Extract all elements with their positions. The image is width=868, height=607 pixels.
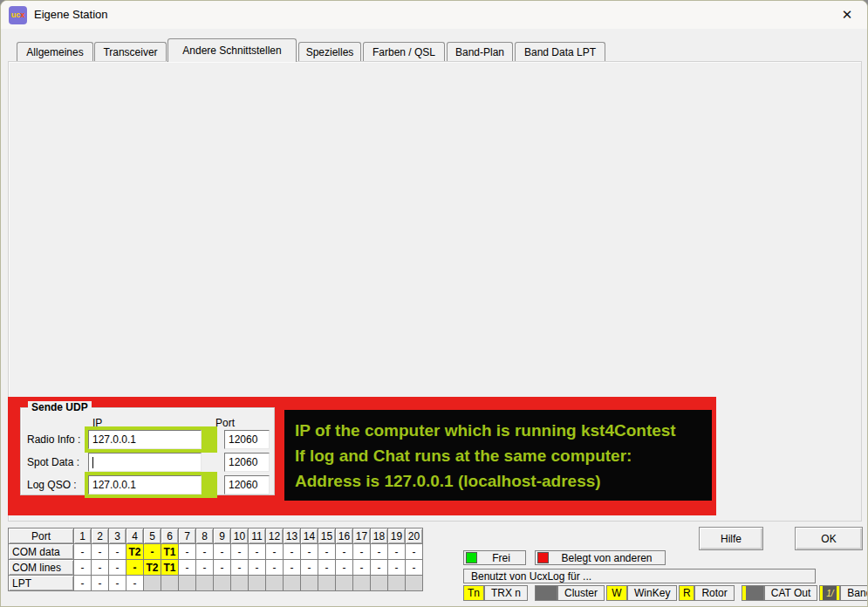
port-cell: - <box>143 543 161 560</box>
port-table-col: 14 <box>300 528 318 544</box>
key-cluster <box>535 585 557 601</box>
key-cat-out <box>742 585 764 601</box>
port-cell: - <box>230 559 249 576</box>
annotation-line: Address is 127.0.0.1 (localhost-adress) <box>295 468 701 494</box>
window-title: Eigene Station <box>34 8 108 21</box>
tab-transceiver[interactable]: Transceiver <box>94 42 167 61</box>
key-cluster-label: Cluster <box>557 585 605 601</box>
close-icon[interactable]: ✕ <box>827 1 867 29</box>
busy-color-swatch <box>537 552 549 563</box>
tab-farben-qsl[interactable]: Farben / QSL <box>363 42 445 61</box>
port-cell: - <box>91 575 109 591</box>
port-cell: - <box>195 559 214 576</box>
port-cell <box>370 575 388 591</box>
port-table-col: 6 <box>161 528 179 544</box>
usage-legend-row: Tn TRX n Cluster W WinKey R Rotor CAT Ou… <box>463 585 868 601</box>
udp-port-radio-info[interactable]: 12060 <box>224 430 270 449</box>
key-rotor-label: Rotor <box>694 585 734 601</box>
field-value: 127.0.0.1 <box>92 433 136 446</box>
port-cell: - <box>318 559 336 576</box>
port-cell: T2 <box>126 543 144 560</box>
tab-band-plan[interactable]: Band-Plan <box>447 42 513 61</box>
group-sende-udp-title: Sende UDP <box>28 401 92 413</box>
port-cell: - <box>387 543 406 560</box>
port-table-col: 2 <box>91 528 109 544</box>
udp-row-label: Spot Data : <box>27 456 79 468</box>
app-icon: ucx <box>9 6 27 24</box>
legend-frei: Frei <box>463 550 526 565</box>
port-table-row-label: COM data <box>8 543 74 560</box>
port-table-col: 15 <box>318 528 336 544</box>
udp-port-spot-data[interactable]: 12060 <box>224 453 270 472</box>
text-caret <box>92 457 93 468</box>
port-cell: - <box>265 559 284 576</box>
key-band-label: Band <box>840 585 868 601</box>
port-cell: - <box>300 559 318 576</box>
key-winkey: W <box>606 585 627 601</box>
port-table-col: 13 <box>283 528 301 544</box>
udp-port-log-qso[interactable]: 12060 <box>224 475 270 494</box>
port-table: Port1234567891011121314151617181920COM d… <box>8 528 423 591</box>
port-table-corner: Port <box>8 528 74 544</box>
port-table-row-label: LPT <box>8 575 74 591</box>
tab-spezielles[interactable]: Spezielles <box>298 42 361 61</box>
legend-benutzt-label: Benutzt von UcxLog für ... <box>464 570 815 583</box>
port-table-row-label: COM lines <box>8 559 74 576</box>
udp-row-label: Radio Info : <box>27 433 80 446</box>
app-icon-x: x <box>20 11 24 19</box>
port-cell: - <box>335 543 353 560</box>
key-band: 1/ <box>819 585 840 601</box>
port-cell: - <box>126 575 144 591</box>
key-trx-label: TRX n <box>484 585 528 601</box>
key-cat-out-label: CAT Out <box>764 585 818 601</box>
port-cell <box>352 575 371 591</box>
port-cell: T1 <box>161 559 179 576</box>
port-cell: - <box>405 559 423 576</box>
udp-col-port: Port <box>215 417 235 429</box>
port-cell: - <box>318 543 336 560</box>
port-cell <box>318 575 336 591</box>
udp-row-label: Log QSO : <box>27 479 77 491</box>
port-cell: - <box>387 559 406 576</box>
port-cell <box>405 575 423 591</box>
udp-ip-spot-data[interactable] <box>88 453 202 472</box>
udp-ip-radio-info[interactable]: 127.0.0.1 <box>88 430 202 449</box>
udp-ip-log-qso[interactable]: 127.0.0.1 <box>88 475 202 494</box>
dialog-eigene-station: ucx Eigene Station ✕ Allgemeines Transce… <box>0 0 868 607</box>
port-cell <box>195 575 214 591</box>
port-cell: - <box>73 559 92 576</box>
port-table-col: 8 <box>195 528 214 544</box>
port-cell: - <box>352 559 371 576</box>
port-cell: - <box>352 543 371 560</box>
port-cell: - <box>178 543 196 560</box>
key-trx: Tn <box>463 585 484 601</box>
field-value: 127.0.0.1 <box>92 479 136 491</box>
legend-belegt: Belegt von anderen <box>535 550 666 565</box>
legend-benutzt: Benutzt von UcxLog für ... <box>463 569 816 583</box>
port-cell: - <box>300 543 318 560</box>
port-cell: - <box>91 559 109 576</box>
key-winkey-label: WinKey <box>627 585 677 601</box>
port-cell: - <box>108 575 126 591</box>
legend-frei-label: Frei <box>477 552 525 564</box>
port-cell: - <box>265 543 284 560</box>
tab-allgemeines[interactable]: Allgemeines <box>17 42 93 61</box>
port-cell: - <box>248 543 266 560</box>
tab-andere-schnittstellen[interactable]: Andere Schnittstellen <box>167 38 297 62</box>
port-cell <box>335 575 353 591</box>
port-cell: - <box>370 543 388 560</box>
ok-button[interactable]: OK <box>795 527 863 550</box>
hilfe-button[interactable]: Hilfe <box>699 527 763 550</box>
port-cell: - <box>248 559 266 576</box>
port-cell: - <box>405 543 423 560</box>
port-cell: - <box>126 559 144 576</box>
port-cell: - <box>73 575 92 591</box>
port-cell <box>248 575 266 591</box>
legend-belegt-label: Belegt von anderen <box>549 552 665 564</box>
port-cell: - <box>230 543 249 560</box>
port-cell: T1 <box>161 543 179 560</box>
port-cell: - <box>213 559 231 576</box>
tab-band-data-lpt[interactable]: Band Data LPT <box>515 42 605 61</box>
port-cell: - <box>335 559 353 576</box>
port-table-col: 16 <box>335 528 353 544</box>
